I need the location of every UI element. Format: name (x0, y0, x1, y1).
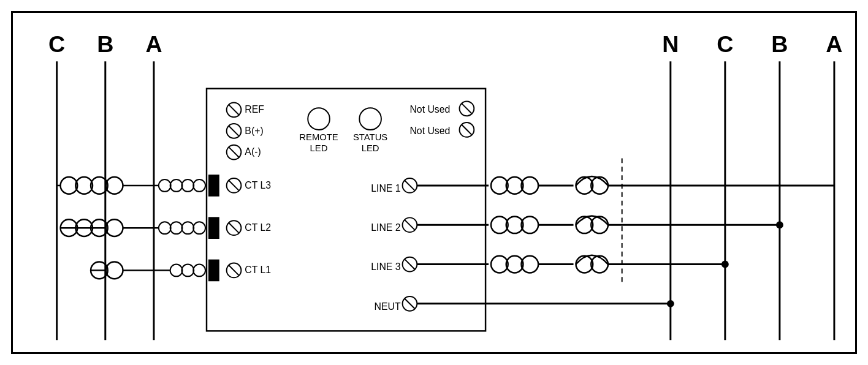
svg-rect-43 (208, 260, 219, 282)
label-a-left: A (145, 31, 162, 57)
label-c-right: C (717, 31, 733, 57)
svg-line-54 (462, 103, 472, 113)
svg-line-70 (405, 299, 415, 309)
label-n-right: N (662, 31, 679, 57)
label-ct-l2: CT L2 (245, 222, 271, 233)
svg-point-30 (159, 222, 171, 234)
svg-point-38 (193, 265, 205, 277)
svg-point-97 (776, 221, 783, 228)
label-ct-l3: CT L3 (245, 180, 271, 190)
svg-line-62 (229, 266, 239, 276)
label-ref: REF (245, 104, 264, 115)
svg-point-98 (721, 261, 729, 268)
svg-point-32 (181, 222, 194, 234)
diagram-container: C B A N C B A (11, 11, 857, 354)
svg-line-58 (229, 181, 239, 190)
label-a-minus: A(-) (245, 146, 261, 157)
svg-point-37 (181, 265, 194, 277)
label-line3: LINE 3 (371, 262, 401, 272)
label-remote-led: REMOTE (299, 132, 338, 142)
svg-line-64 (405, 181, 415, 190)
svg-point-99 (667, 300, 674, 307)
svg-line-48 (229, 126, 239, 136)
svg-line-60 (229, 223, 239, 233)
svg-line-46 (229, 105, 239, 115)
label-not-used-2: Not Used (409, 126, 450, 136)
svg-point-31 (170, 222, 183, 234)
svg-line-56 (462, 125, 472, 135)
svg-point-33 (193, 222, 205, 234)
svg-line-68 (405, 260, 415, 269)
svg-rect-41 (208, 175, 219, 197)
label-neut: NEUT (375, 301, 401, 312)
label-line2: LINE 2 (371, 222, 400, 233)
svg-point-26 (181, 179, 194, 192)
label-b-plus: B(+) (245, 126, 263, 136)
svg-point-52 (359, 108, 381, 130)
svg-rect-44 (208, 292, 219, 314)
label-b-left: B (97, 31, 113, 57)
label-remote-led-2: LED (310, 143, 328, 153)
svg-rect-42 (208, 217, 219, 239)
svg-point-36 (170, 265, 183, 277)
svg-point-25 (170, 179, 183, 192)
label-status-led-2: LED (362, 143, 379, 153)
label-status-led: STATUS (353, 132, 387, 142)
label-c-left: C (48, 31, 65, 57)
label-ct-l1: CT L1 (245, 265, 271, 275)
label-not-used-1: Not Used (409, 104, 450, 115)
svg-line-50 (229, 148, 239, 157)
label-b-right: B (771, 31, 788, 57)
svg-point-51 (308, 108, 330, 130)
label-a-right: A (826, 31, 842, 57)
svg-line-66 (405, 220, 415, 230)
svg-point-27 (193, 179, 205, 192)
label-line1: LINE 1 (371, 183, 401, 194)
svg-point-24 (159, 179, 171, 192)
